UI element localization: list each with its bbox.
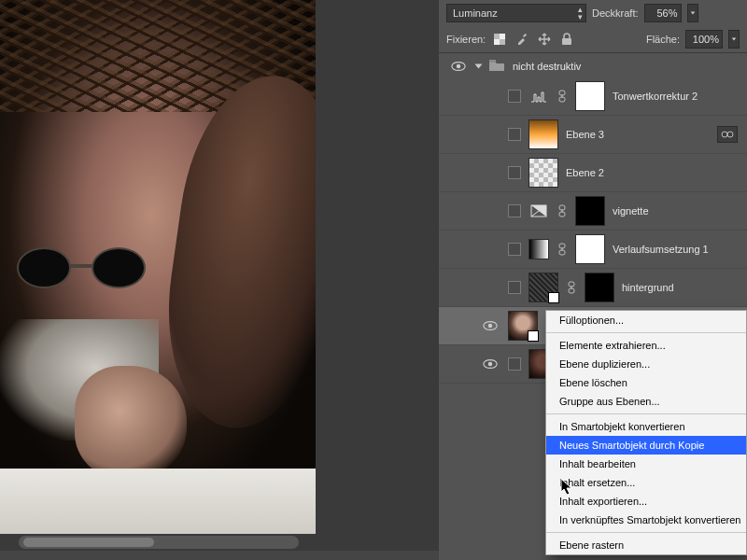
mask-link-icon[interactable] xyxy=(557,202,568,220)
lock-move-icon[interactable] xyxy=(536,32,553,47)
layer-mask-thumbnail[interactable] xyxy=(585,273,614,302)
lock-paint-icon[interactable] xyxy=(514,32,530,47)
svg-point-27 xyxy=(488,362,492,366)
svg-point-25 xyxy=(488,324,492,328)
smart-filter-icon[interactable] xyxy=(717,126,738,143)
visibility-toggle[interactable] xyxy=(480,320,500,331)
context-menu-item[interactable]: In Smartobjekt konvertieren xyxy=(546,417,746,436)
context-menu-item[interactable]: Gruppe aus Ebenen... xyxy=(546,392,746,411)
layer-context-menu[interactable]: Fülloptionen...Elemente extrahieren...Eb… xyxy=(545,310,747,555)
svg-rect-3 xyxy=(494,39,500,45)
mask-link-icon[interactable] xyxy=(557,240,568,259)
layer-row[interactable]: vignette xyxy=(439,192,747,231)
mask-link-icon[interactable] xyxy=(557,87,568,105)
blend-mode-select[interactable]: Luminanz xyxy=(446,4,586,22)
layer-row[interactable]: Tonwertkorrektur 2 xyxy=(439,77,747,116)
layer-mask-thumbnail[interactable] xyxy=(575,234,605,264)
opacity-label: Deckkraft: xyxy=(592,7,639,19)
context-menu-item[interactable]: Inhalt bearbeiten xyxy=(546,455,746,473)
svg-rect-1 xyxy=(500,39,505,45)
fill-input[interactable] xyxy=(685,30,723,49)
opacity-input[interactable] xyxy=(644,4,682,22)
layer-checkbox[interactable] xyxy=(508,90,521,103)
layer-swatch xyxy=(529,239,549,259)
context-menu-item[interactable]: Neues Smartobjekt durch Kopie xyxy=(546,436,746,455)
visibility-eye-icon[interactable] xyxy=(451,61,466,72)
layer-checkbox[interactable] xyxy=(508,357,521,371)
layer-checkbox[interactable] xyxy=(508,281,521,294)
svg-point-7 xyxy=(457,64,460,68)
context-menu-item[interactable]: Ebene duplizieren... xyxy=(546,355,746,373)
context-menu-item[interactable]: Inhalt ersetzen... xyxy=(546,473,746,492)
visibility-toggle[interactable] xyxy=(480,358,500,370)
layer-name-label[interactable]: Ebene 3 xyxy=(566,129,604,140)
layer-checkbox[interactable] xyxy=(508,128,521,141)
lock-label: Fixieren: xyxy=(446,34,486,45)
svg-rect-8 xyxy=(489,60,496,63)
svg-rect-0 xyxy=(494,34,500,39)
layer-name-label[interactable]: vignette xyxy=(613,205,649,217)
layer-row[interactable]: Verlaufsumsetzung 1 xyxy=(439,231,747,269)
curves-icon xyxy=(529,88,549,105)
layer-thumbnail[interactable] xyxy=(508,311,538,341)
layer-name-label[interactable]: hintergrund xyxy=(622,282,674,293)
layer-thumbnail[interactable] xyxy=(529,158,558,188)
scrollbar-thumb[interactable] xyxy=(23,538,154,547)
context-menu-item[interactable]: Elemente extrahieren... xyxy=(546,336,746,355)
svg-point-13 xyxy=(727,132,733,137)
layer-row[interactable]: Ebene 2 xyxy=(439,154,747,192)
layer-checkbox[interactable] xyxy=(508,243,521,256)
folder-icon xyxy=(488,59,505,74)
layer-checkbox[interactable] xyxy=(508,166,521,179)
fill-label: Fläche: xyxy=(646,34,680,45)
context-menu-item[interactable]: Ebene löschen xyxy=(546,373,746,392)
layer-row[interactable]: Ebene 3 xyxy=(439,116,747,154)
layer-checkbox[interactable] xyxy=(508,204,521,217)
cursor-icon xyxy=(560,478,573,498)
svg-rect-2 xyxy=(500,34,505,39)
lock-all-icon[interactable] xyxy=(558,32,575,47)
disclosure-triangle-icon[interactable] xyxy=(475,64,483,69)
mask-link-icon[interactable] xyxy=(566,278,577,297)
exposure-icon xyxy=(529,203,549,219)
layer-group-header[interactable]: nicht destruktiv xyxy=(439,53,747,77)
layer-name-label[interactable]: Ebene 2 xyxy=(566,167,604,178)
context-menu-item[interactable]: Fülloptionen... xyxy=(546,311,746,329)
canvas-area xyxy=(0,0,439,551)
lock-transparency-icon[interactable] xyxy=(491,32,508,47)
context-menu-item[interactable]: Inhalt exportieren... xyxy=(546,492,746,511)
layer-row[interactable]: hintergrund xyxy=(439,269,747,307)
layer-name-label[interactable]: Tonwertkorrektur 2 xyxy=(613,91,698,102)
fill-flyout-button[interactable] xyxy=(728,30,740,49)
context-menu-item[interactable]: Ebene rastern xyxy=(546,536,746,554)
opacity-flyout-button[interactable] xyxy=(687,4,698,22)
document-canvas[interactable] xyxy=(0,0,316,534)
svg-rect-5 xyxy=(562,38,571,45)
svg-rect-4 xyxy=(523,34,527,37)
layer-thumbnail[interactable] xyxy=(529,273,558,302)
layer-name-label[interactable]: Verlaufsumsetzung 1 xyxy=(613,244,709,255)
layer-thumbnail[interactable] xyxy=(529,119,558,149)
document-image xyxy=(0,0,316,534)
layer-mask-thumbnail[interactable] xyxy=(575,81,605,111)
context-menu-item[interactable]: In verknüpftes Smartobjekt konvertieren xyxy=(546,511,746,529)
layer-mask-thumbnail[interactable] xyxy=(575,196,605,226)
canvas-horizontal-scrollbar[interactable] xyxy=(19,536,299,549)
group-name[interactable]: nicht destruktiv xyxy=(513,61,581,72)
svg-point-12 xyxy=(722,132,727,137)
